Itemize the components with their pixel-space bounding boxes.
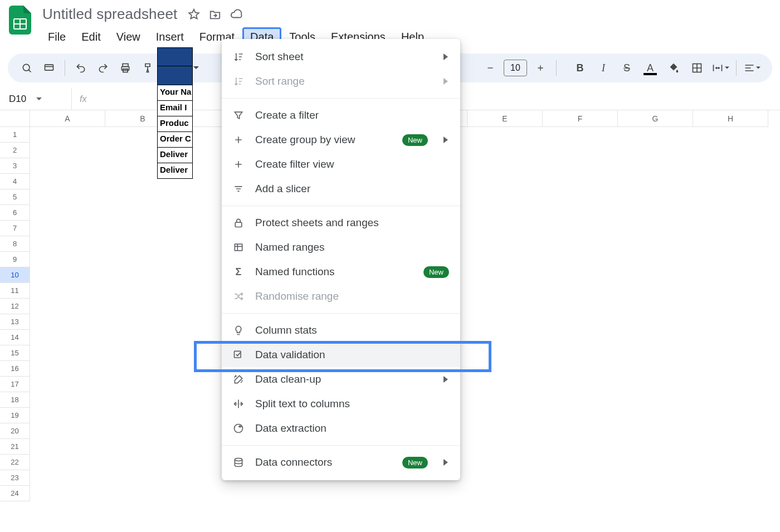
menu-item-protect-sheets[interactable]: Protect sheets and ranges — [222, 211, 460, 235]
merge-cells-icon[interactable] — [709, 58, 732, 78]
row-header[interactable]: 24 — [0, 486, 30, 501]
plus-icon — [232, 133, 245, 147]
select-all-corner[interactable] — [0, 110, 30, 127]
sort-sheet-icon — [232, 50, 245, 64]
row-header[interactable]: 19 — [0, 408, 30, 423]
star-icon[interactable] — [187, 8, 201, 21]
svg-rect-10 — [235, 244, 242, 251]
row-header-selected[interactable]: 10 — [0, 267, 30, 283]
row-header[interactable]: 12 — [0, 299, 30, 314]
cell[interactable]: Your Na — [157, 85, 193, 101]
menu-separator — [222, 445, 460, 446]
row-header[interactable]: 17 — [0, 377, 30, 392]
cell[interactable]: Email I — [157, 101, 193, 116]
row-header[interactable]: 7 — [0, 221, 30, 236]
cloud-status-icon[interactable] — [230, 8, 243, 21]
fill-color-icon[interactable] — [662, 58, 685, 78]
cell[interactable]: Deliver — [157, 163, 193, 179]
row-header[interactable]: 13 — [0, 314, 30, 330]
menu-item-sort-range: Sort range — [222, 69, 460, 94]
italic-icon[interactable]: I — [592, 58, 615, 78]
menu-item-data-validation[interactable]: Data validation — [222, 343, 460, 367]
submenu-arrow-icon — [443, 136, 449, 143]
move-icon[interactable] — [208, 8, 222, 21]
menu-edit[interactable]: Edit — [74, 27, 108, 47]
font-size-decrease-icon[interactable] — [480, 58, 500, 78]
column-header[interactable]: H — [693, 110, 768, 127]
menu-insert[interactable]: Insert — [148, 27, 192, 47]
row-header[interactable]: 18 — [0, 392, 30, 408]
menu-item-label: Create a filter — [255, 109, 449, 121]
menu-item-data-extraction[interactable]: Data extraction — [222, 416, 460, 441]
menu-item-label: Data clean-up — [255, 373, 433, 385]
menu-item-label: Add a slicer — [255, 183, 449, 195]
font-size-input[interactable]: 10 — [504, 60, 527, 76]
toolbar-separator — [556, 60, 557, 76]
column-header[interactable]: E — [467, 110, 543, 127]
menu-item-label: Randomise range — [255, 290, 449, 302]
cell[interactable]: Produc — [157, 116, 193, 132]
search-menus-icon[interactable] — [17, 58, 37, 78]
row-header[interactable]: 5 — [0, 189, 30, 205]
row-header[interactable]: 2 — [0, 143, 30, 158]
menu-item-add-slicer[interactable]: Add a slicer — [222, 177, 460, 201]
row-header[interactable]: 1 — [0, 127, 30, 143]
menu-view[interactable]: View — [109, 27, 148, 47]
row-header[interactable]: 4 — [0, 174, 30, 189]
row-header[interactable]: 15 — [0, 345, 30, 361]
menu-item-split-text[interactable]: Split text to columns — [222, 392, 460, 416]
row-header[interactable]: 14 — [0, 330, 30, 345]
row-header[interactable]: 8 — [0, 236, 30, 252]
menu-item-data-connectors[interactable]: Data connectors New — [222, 450, 460, 475]
borders-icon[interactable] — [686, 58, 708, 78]
menu-item-data-cleanup[interactable]: Data clean-up — [222, 367, 460, 392]
document-title[interactable]: Untitled spreadsheet — [40, 4, 179, 24]
database-icon — [232, 456, 245, 469]
sheets-logo-icon[interactable] — [8, 4, 32, 36]
data-menu-dropdown: Sort sheet Sort range Create a filter Cr… — [222, 39, 460, 480]
row-header[interactable]: 3 — [0, 158, 30, 174]
menu-item-named-functions[interactable]: Σ Named functions New — [222, 260, 460, 284]
menu-item-sort-sheet[interactable]: Sort sheet — [222, 45, 460, 69]
submenu-arrow-icon — [443, 78, 449, 85]
bold-icon[interactable]: B — [569, 58, 591, 78]
strikethrough-icon[interactable]: S — [616, 58, 638, 78]
font-size-increase-icon[interactable] — [530, 58, 550, 78]
row-header[interactable]: 22 — [0, 455, 30, 470]
cell[interactable]: Order C — [157, 132, 193, 148]
column-header[interactable]: F — [543, 110, 618, 127]
split-icon — [232, 397, 245, 411]
undo-icon[interactable] — [71, 58, 91, 78]
submenu-arrow-icon — [443, 53, 449, 60]
menu-item-label: Create group by view — [255, 134, 392, 146]
cell[interactable]: Deliver — [157, 148, 193, 163]
menu-item-named-ranges[interactable]: Named ranges — [222, 235, 460, 260]
horizontal-align-icon[interactable] — [741, 58, 763, 78]
redo-icon[interactable] — [93, 58, 113, 78]
column-header[interactable]: G — [618, 110, 693, 127]
row-header[interactable]: 6 — [0, 205, 30, 221]
select-display-icon[interactable] — [39, 58, 59, 78]
row-header[interactable]: 16 — [0, 361, 30, 377]
text-color-icon[interactable]: A — [639, 58, 661, 78]
paint-format-icon[interactable] — [138, 58, 158, 78]
row-header[interactable]: 11 — [0, 283, 30, 299]
name-box[interactable]: D10 — [0, 94, 71, 105]
menu-item-create-filter-view[interactable]: Create filter view — [222, 152, 460, 177]
sheet-content-fragment: Your Na Email I Produc Order C Deliver D… — [157, 47, 193, 179]
menu-file[interactable]: File — [40, 27, 74, 47]
menu-item-label: Create filter view — [255, 158, 449, 170]
row-header[interactable]: 20 — [0, 423, 30, 439]
column-header[interactable]: A — [30, 110, 105, 127]
toolbar-separator — [736, 60, 737, 76]
menu-item-label: Data connectors — [255, 456, 392, 468]
menu-item-column-stats[interactable]: Column stats — [222, 318, 460, 343]
menu-item-randomise-range: Randomise range — [222, 284, 460, 309]
row-header[interactable]: 23 — [0, 470, 30, 486]
menu-item-create-group-by-view[interactable]: Create group by view New — [222, 128, 460, 152]
row-header[interactable]: 21 — [0, 439, 30, 455]
row-header[interactable]: 9 — [0, 252, 30, 267]
filter-icon — [232, 109, 245, 122]
print-icon[interactable] — [115, 58, 135, 78]
menu-item-create-filter[interactable]: Create a filter — [222, 103, 460, 128]
